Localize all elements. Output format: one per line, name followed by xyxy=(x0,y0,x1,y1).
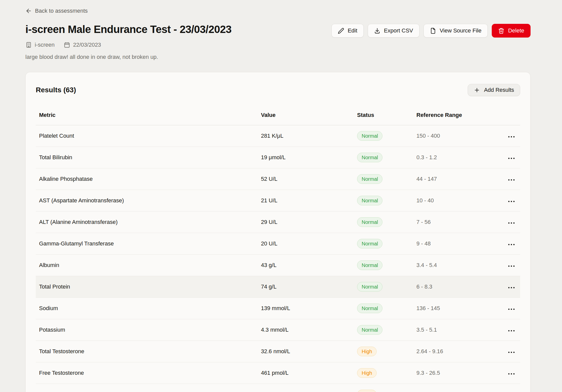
building-icon xyxy=(25,42,32,48)
menu-cell xyxy=(489,276,520,298)
table-row: Total Protein 74 g/L Normal 6 - 8.3 xyxy=(36,276,520,298)
date-meta: 22/03/2023 xyxy=(64,42,101,48)
table-row: Potassium 4.3 mmol/L Normal 3.5 - 5.1 xyxy=(36,319,520,341)
metric-cell: Total Testosterone xyxy=(36,341,258,362)
table-row: Albumin 43 g/L Normal 3.4 - 5.4 xyxy=(36,255,520,276)
status-cell: High xyxy=(354,362,413,384)
reference-range-cell: 150 - 400 xyxy=(413,125,489,147)
status-cell: Normal xyxy=(354,168,413,190)
table-row: Free Testosterone 461 pmol/L High 9.3 - … xyxy=(36,362,520,384)
results-table-body: Platelet Count 281 K/μL Normal 150 - 400… xyxy=(36,125,520,392)
menu-cell xyxy=(489,211,520,233)
table-row: Total Bilirubin 19 μmol/L Normal 0.3 - 1… xyxy=(36,147,520,168)
provider-label: i-screen xyxy=(35,42,55,48)
status-badge: Normal xyxy=(357,304,382,313)
metric-cell: AST (Aspartate Aminotransferase) xyxy=(36,190,258,211)
status-badge: Normal xyxy=(357,174,382,184)
delete-button[interactable]: Delete xyxy=(492,24,531,38)
page-title: i-screen Male Endurance Test - 23/03/202… xyxy=(25,23,232,35)
value-cell: 21 U/L xyxy=(258,190,354,211)
status-cell: Normal xyxy=(354,319,413,341)
row-menu-button[interactable] xyxy=(507,134,516,139)
reference-range-cell: 7 - 56 xyxy=(413,211,489,233)
menu-cell xyxy=(489,362,520,384)
edit-button[interactable]: Edit xyxy=(331,24,364,38)
row-menu-button[interactable] xyxy=(507,307,516,312)
status-cell: Normal xyxy=(354,125,413,147)
row-menu-button[interactable] xyxy=(507,328,516,333)
export-csv-button[interactable]: Export CSV xyxy=(368,24,419,38)
menu-cell xyxy=(489,190,520,211)
status-cell: Normal xyxy=(354,190,413,211)
status-cell: Normal xyxy=(354,298,413,319)
table-row: Sex Hormone Binding Globulin 69 nmol/L H… xyxy=(36,384,520,392)
view-source-file-button[interactable]: View Source File xyxy=(424,24,488,38)
metric-cell: Free Testosterone xyxy=(36,362,258,384)
value-cell: 29 U/L xyxy=(258,211,354,233)
metric-cell: Total Protein xyxy=(36,276,258,298)
status-badge: High xyxy=(357,390,377,392)
row-menu-button[interactable] xyxy=(507,242,516,247)
status-badge: Normal xyxy=(357,260,382,270)
row-menu-button[interactable] xyxy=(507,263,516,269)
metric-cell: Sodium xyxy=(36,298,258,319)
back-link-label: Back to assessments xyxy=(35,8,88,14)
table-row: Platelet Count 281 K/μL Normal 150 - 400 xyxy=(36,125,520,147)
column-header-status: Status xyxy=(354,101,413,125)
add-results-button[interactable]: Add Results xyxy=(468,84,520,96)
row-menu-button[interactable] xyxy=(507,350,516,355)
results-title: Results (63) xyxy=(36,86,76,94)
row-menu-button[interactable] xyxy=(507,199,516,204)
table-header-row: Metric Value Status Reference Range xyxy=(36,101,520,125)
reference-range-cell: 136 - 145 xyxy=(413,298,489,319)
reference-range-cell: 2.64 - 9.16 xyxy=(413,341,489,362)
menu-cell xyxy=(489,384,520,392)
table-row: Total Testosterone 32.6 nmol/L High 2.64… xyxy=(36,341,520,362)
menu-cell xyxy=(489,125,520,147)
column-header-value: Value xyxy=(258,101,354,125)
status-cell: High xyxy=(354,341,413,362)
download-icon xyxy=(374,28,380,34)
row-menu-button[interactable] xyxy=(507,285,516,290)
status-badge: Normal xyxy=(357,282,382,292)
reference-range-cell: 44 - 147 xyxy=(413,168,489,190)
menu-cell xyxy=(489,233,520,255)
status-badge: Normal xyxy=(357,325,382,335)
column-header-metric: Metric xyxy=(36,101,258,125)
value-cell: 19 μmol/L xyxy=(258,147,354,168)
row-menu-button[interactable] xyxy=(507,177,516,183)
status-cell: Normal xyxy=(354,233,413,255)
status-badge: Normal xyxy=(357,196,382,205)
value-cell: 74 g/L xyxy=(258,276,354,298)
menu-cell xyxy=(489,298,520,319)
status-badge: High xyxy=(357,347,377,356)
column-header-reference-range: Reference Range xyxy=(413,101,489,125)
value-cell: 139 mmol/L xyxy=(258,298,354,319)
metric-cell: Potassium xyxy=(36,319,258,341)
value-cell: 52 U/L xyxy=(258,168,354,190)
metric-cell: ALT (Alanine Aminotransferase) xyxy=(36,211,258,233)
results-table: Metric Value Status Reference Range Plat… xyxy=(36,101,520,392)
value-cell: 32.6 nmol/L xyxy=(258,341,354,362)
assessment-note: large blood draw! all done in one draw, … xyxy=(25,54,531,60)
status-badge: Normal xyxy=(357,217,382,227)
metric-cell: Gamma-Glutamyl Transferase xyxy=(36,233,258,255)
reference-range-cell: 0.3 - 1.2 xyxy=(413,147,489,168)
arrow-left-icon xyxy=(25,8,32,14)
reference-range-cell: 3.4 - 5.4 xyxy=(413,255,489,276)
row-menu-button[interactable] xyxy=(507,371,516,377)
value-cell: 281 K/μL xyxy=(258,125,354,147)
back-link[interactable]: Back to assessments xyxy=(25,8,88,14)
menu-cell xyxy=(489,319,520,341)
value-cell: 4.3 mmol/L xyxy=(258,319,354,341)
results-card: Results (63) Add Results Metric Value St… xyxy=(25,72,531,392)
status-badge: Normal xyxy=(357,131,382,141)
value-cell: 461 pmol/L xyxy=(258,362,354,384)
status-cell: Normal xyxy=(354,276,413,298)
row-menu-button[interactable] xyxy=(507,220,516,226)
menu-cell xyxy=(489,341,520,362)
value-cell: 69 nmol/L xyxy=(258,384,354,392)
metric-cell: Sex Hormone Binding Globulin xyxy=(36,384,258,392)
provider-meta: i-screen xyxy=(25,42,55,48)
row-menu-button[interactable] xyxy=(507,156,516,161)
